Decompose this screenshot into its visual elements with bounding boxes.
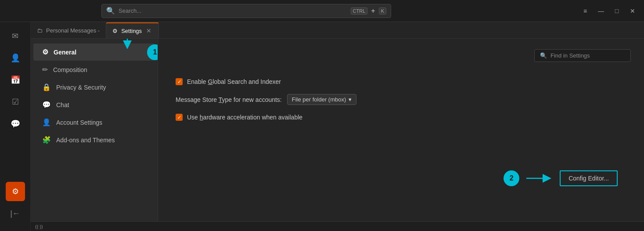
setting-hardware-accel: Use hardware acceleration when available — [176, 114, 626, 121]
annotation-1-badge: 1 — [147, 44, 158, 60]
sidebar-item-collapse[interactable]: |← — [6, 204, 25, 223]
status-icon: ((·)) — [35, 224, 43, 229]
maximize-button[interactable]: □ — [611, 5, 623, 17]
settings-nav-general-label: General — [54, 49, 76, 56]
search-icon: 🔍 — [106, 7, 115, 15]
keyboard-shortcut-k: K — [379, 7, 386, 14]
chevron-down-icon: ▾ — [349, 96, 352, 103]
addons-icon: 🧩 — [42, 136, 51, 144]
settings-nav-account-label: Account Settings — [56, 119, 102, 126]
find-in-settings[interactable]: 🔍 — [534, 49, 631, 62]
annotation-2-badge: 2 — [504, 170, 519, 186]
config-editor-area: 2 Config Editor... — [504, 170, 618, 186]
close-button[interactable]: ✕ — [626, 5, 639, 17]
settings-content: 🔍 Enable Global Search and Indexer Messa… — [158, 39, 644, 221]
hardware-accel-checkbox[interactable] — [176, 114, 183, 121]
settings-layout: ⚙ General 1 — [31, 39, 644, 221]
message-store-label: Message Store Type for new accounts: — [176, 96, 282, 103]
privacy-icon: 🔒 — [42, 83, 51, 91]
tab-close-button[interactable]: ✕ — [145, 27, 152, 34]
config-editor-button[interactable]: Config Editor... — [560, 170, 618, 186]
settings-sidebar: ⚙ General 1 — [31, 39, 158, 221]
keyboard-shortcut-sep: + — [371, 7, 375, 15]
chat-icon: 💬 — [42, 101, 51, 109]
account-icon: 👤 — [42, 118, 51, 126]
tab-folder-icon: 🗀 — [37, 27, 43, 34]
status-bar: ((·)) — [31, 221, 644, 231]
settings-nav-privacy-label: Privacy & Security — [56, 84, 106, 91]
tab-personal-messages[interactable]: 🗀 Personal Messages - — [31, 22, 106, 38]
message-store-select[interactable]: File per folder (mbox) ▾ — [287, 94, 357, 105]
sidebar-item-email[interactable]: ✉ — [6, 26, 25, 46]
app-layout: ✉ 👤 📅 ☑ 💬 ⚙ |← 🗀 Personal Messages - ⚙ S… — [0, 22, 644, 231]
icon-sidebar: ✉ 👤 📅 ☑ 💬 ⚙ |← — [0, 22, 31, 231]
sidebar-item-chat[interactable]: 💬 — [6, 114, 25, 134]
tab-settings-icon: ⚙ — [112, 28, 118, 34]
tab-settings-label: Settings — [121, 28, 142, 34]
sidebar-item-calendar[interactable]: 📅 — [6, 70, 25, 90]
find-icon: 🔍 — [540, 52, 547, 59]
settings-nav-composition[interactable]: ✏ Composition — [33, 61, 155, 78]
tab-settings[interactable]: ⚙ Settings ✕ — [106, 22, 159, 38]
main-area: 🗀 Personal Messages - ⚙ Settings ✕ ⚙ Gen… — [31, 22, 644, 231]
annotation-2-arrow-svg — [526, 173, 553, 184]
message-store-value: File per folder (mbox) — [292, 96, 346, 103]
settings-nav-addons-themes[interactable]: 🧩 Add-ons and Themes — [33, 131, 155, 148]
minimize-button[interactable]: — — [595, 5, 607, 17]
settings-nav-general[interactable]: ⚙ General 1 — [33, 43, 155, 61]
setting-message-store-type: Message Store Type for new accounts: Fil… — [176, 94, 626, 105]
setting-enable-global-search: Enable Global Search and Indexer — [176, 78, 626, 85]
sidebar-item-tasks[interactable]: ☑ — [6, 92, 25, 112]
settings-nav-composition-label: Composition — [53, 66, 87, 73]
composition-icon: ✏ — [42, 65, 48, 74]
tab-bar: 🗀 Personal Messages - ⚙ Settings ✕ — [31, 22, 644, 39]
search-input[interactable] — [119, 7, 347, 14]
sidebar-item-settings[interactable]: ⚙ — [6, 182, 25, 201]
menu-button[interactable]: ≡ — [579, 5, 591, 17]
hardware-accel-label: Use hardware acceleration when available — [187, 114, 302, 121]
titlebar: 🔍 CTRL + K ≡ — □ ✕ — [0, 0, 644, 22]
settings-nav-account-settings[interactable]: 👤 Account Settings — [33, 114, 155, 131]
general-icon: ⚙ — [42, 48, 48, 56]
enable-global-search-label: Enable Global Search and Indexer — [187, 78, 281, 85]
settings-nav-chat-label: Chat — [56, 101, 69, 108]
tab-label: Personal Messages - — [46, 27, 100, 34]
settings-nav-chat[interactable]: 💬 Chat — [33, 96, 155, 113]
titlebar-right: ≡ — □ ✕ — [579, 5, 639, 17]
settings-nav-privacy-security[interactable]: 🔒 Privacy & Security — [33, 79, 155, 96]
sidebar-item-addressbook[interactable]: 👤 — [6, 48, 25, 68]
keyboard-shortcut-ctrl: CTRL — [351, 7, 368, 14]
search-bar[interactable]: 🔍 CTRL + K — [101, 4, 391, 18]
settings-nav-addons-label: Add-ons and Themes — [56, 137, 115, 144]
settings-options: Enable Global Search and Indexer Message… — [176, 78, 626, 121]
enable-global-search-checkbox[interactable] — [176, 78, 183, 85]
find-settings-input[interactable] — [550, 52, 625, 59]
